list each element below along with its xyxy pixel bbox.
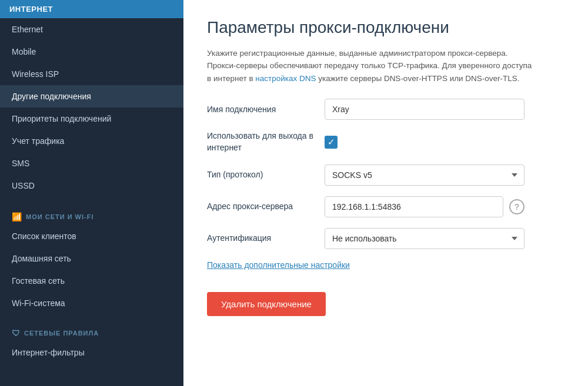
protocol-type-select-wrapper: SOCKS v5 HTTP HTTPS <box>325 165 524 186</box>
protocol-type-select[interactable]: SOCKS v5 HTTP HTTPS <box>325 165 524 186</box>
page-title: Параметры прокси-подключени <box>207 18 564 38</box>
address-row-container: ? <box>325 196 524 217</box>
sidebar-item-sms[interactable]: SMS <box>0 152 183 174</box>
sidebar-item-wireless-isp[interactable]: Wireless ISP <box>0 63 183 85</box>
use-for-internet-checkbox-container: ✓ <box>325 136 524 149</box>
delete-connection-button[interactable]: Удалить подключение <box>207 292 326 316</box>
help-icon[interactable]: ? <box>509 199 524 214</box>
connection-name-row: Имя подключения <box>207 99 564 120</box>
proxy-address-row: Адрес прокси-сервера ? <box>207 196 564 217</box>
auth-row: Аутентификация Не использовать Логин/пар… <box>207 228 564 249</box>
shield-section-icon: 🛡 <box>12 328 21 338</box>
use-for-internet-row: Использовать для выхода в интернет ✓ <box>207 130 564 153</box>
sidebar: ИНТЕРНЕТ Ethernet Mobile Wireless ISP Др… <box>0 0 183 386</box>
checkmark-icon: ✓ <box>328 137 335 146</box>
section-header-my-networks: 📶 МОИ СЕТИ И WI-FI <box>0 204 183 225</box>
proxy-address-input[interactable] <box>325 196 503 217</box>
sidebar-item-home-network[interactable]: Домашняя сеть <box>0 247 183 270</box>
delete-button-container: Удалить подключение <box>207 292 564 316</box>
connection-name-label: Имя подключения <box>207 104 325 116</box>
description-text: Укажите регистрационные данные, выданные… <box>207 47 536 85</box>
show-more-link[interactable]: Показать дополнительные настройки <box>207 260 350 270</box>
auth-control: Не использовать Логин/пароль <box>325 228 524 249</box>
proxy-address-label: Адрес прокси-сервера <box>207 201 325 213</box>
protocol-type-control: SOCKS v5 HTTP HTTPS <box>325 165 524 186</box>
sidebar-item-traffic-accounting[interactable]: Учет трафика <box>0 130 183 152</box>
use-for-internet-checkbox[interactable]: ✓ <box>325 136 338 149</box>
sidebar-internet-section: ИНТЕРНЕТ <box>0 0 183 18</box>
main-content: Параметры прокси-подключени Укажите реги… <box>183 0 588 386</box>
sidebar-item-connection-priorities[interactable]: Приоритеты подключений <box>0 108 183 130</box>
protocol-type-row: Тип (протокол) SOCKS v5 HTTP HTTPS <box>207 165 564 186</box>
protocol-type-label: Тип (протокол) <box>207 169 325 181</box>
sidebar-item-other-connections[interactable]: Другие подключения <box>0 85 183 108</box>
connection-name-control <box>325 99 524 120</box>
sidebar-item-wifi-system[interactable]: Wi-Fi-система <box>0 292 183 314</box>
wifi-section-icon: 📶 <box>12 212 22 221</box>
sidebar-item-internet-filters[interactable]: Интернет-фильтры <box>0 341 183 364</box>
use-for-internet-label: Использовать для выхода в интернет <box>207 130 325 153</box>
use-for-internet-control: ✓ <box>325 136 524 149</box>
sidebar-item-client-list[interactable]: Список клиентов <box>0 225 183 247</box>
sidebar-item-ussd[interactable]: USSD <box>0 174 183 197</box>
auth-select[interactable]: Не использовать Логин/пароль <box>325 228 524 249</box>
sidebar-item-ethernet[interactable]: Ethernet <box>0 18 183 41</box>
connection-name-input[interactable] <box>325 99 524 120</box>
auth-select-wrapper: Не использовать Логин/пароль <box>325 228 524 249</box>
section-header-network-rules: 🛡 СЕТЕВЫЕ ПРАВИЛА <box>0 320 183 341</box>
sidebar-item-mobile[interactable]: Mobile <box>0 41 183 63</box>
dns-settings-link[interactable]: настройках DNS <box>255 74 316 83</box>
auth-label: Аутентификация <box>207 233 325 244</box>
proxy-address-control: ? <box>325 196 524 217</box>
sidebar-item-guest-network[interactable]: Гостевая сеть <box>0 270 183 292</box>
